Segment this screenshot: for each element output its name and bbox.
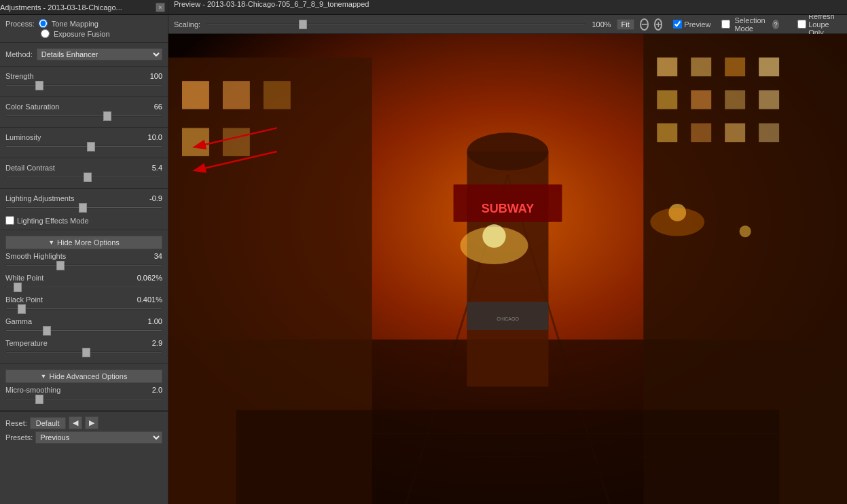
- tone-mapping-radio[interactable]: [39, 19, 48, 28]
- process-label: Process:: [5, 20, 35, 28]
- strength-slider-container: Strength 100: [5, 72, 162, 91]
- selection-mode-label: Selection Mode: [734, 16, 768, 33]
- preview-image-area: SUBWAY: [168, 34, 847, 504]
- detail-contrast-value: 5.4: [152, 164, 162, 172]
- color-saturation-slider-container: Color Saturation 66: [5, 103, 162, 122]
- gamma-slider[interactable]: [5, 325, 162, 335]
- svg-text:CHICAGO: CHICAGO: [497, 317, 519, 321]
- redo-button[interactable]: ▶: [85, 416, 98, 429]
- strength-section: Strength 100: [0, 67, 168, 97]
- black-point-container: Black Point 0.401%: [5, 295, 162, 314]
- strength-slider[interactable]: [5, 80, 162, 90]
- left-panel: Process: Tone Mapping Exposure Fusion Me…: [0, 15, 168, 504]
- exposure-fusion-row: Exposure Fusion: [5, 29, 162, 38]
- smooth-highlights-container: Smooth Highlights 34: [5, 252, 162, 271]
- left-title-bar: Adjustments - 2013-03-18-Chicago... ×: [0, 0, 168, 14]
- black-point-label: Black Point: [5, 295, 43, 304]
- hide-more-options-button[interactable]: ▼ Hide More Options: [5, 236, 162, 249]
- gamma-label-row: Gamma 1.00: [5, 317, 162, 325]
- color-saturation-slider[interactable]: [5, 111, 162, 120]
- svg-rect-16: [691, 90, 711, 109]
- presets-label: Presets:: [5, 433, 33, 442]
- method-section: Method: Details Enhancer: [0, 43, 168, 67]
- white-point-container: White Point 0.062%: [5, 274, 162, 293]
- method-label: Method:: [5, 50, 33, 58]
- selection-mode-checkbox[interactable]: [721, 20, 730, 29]
- scaling-value: 100%: [592, 20, 611, 29]
- micro-smoothing-label-row: Micro-smoothing 2.0: [5, 386, 162, 394]
- lighting-effects-row: Lighting Effects Mode: [5, 216, 162, 225]
- black-point-slider[interactable]: [5, 304, 162, 313]
- color-saturation-label: Color Saturation: [5, 103, 60, 111]
- process-row: Process: Tone Mapping: [5, 19, 162, 28]
- svg-rect-13: [725, 58, 745, 77]
- color-saturation-label-row: Color Saturation 66: [5, 103, 162, 111]
- preview-checkbox[interactable]: [673, 20, 682, 29]
- svg-rect-9: [223, 128, 250, 156]
- micro-smoothing-label: Micro-smoothing: [5, 386, 60, 394]
- svg-point-28: [482, 224, 505, 247]
- strength-label: Strength: [5, 72, 34, 80]
- white-point-value: 0.062%: [137, 274, 162, 282]
- lighting-adjustments-slider[interactable]: [5, 202, 162, 212]
- smooth-highlights-label-row: Smooth Highlights 34: [5, 252, 162, 260]
- default-button[interactable]: Default: [30, 417, 66, 429]
- preview-checkbox-row: Preview: [673, 20, 710, 29]
- detail-contrast-slider[interactable]: [5, 172, 162, 181]
- refresh-loupe-checkbox[interactable]: [797, 20, 806, 29]
- temperature-slider[interactable]: [5, 347, 162, 357]
- right-title-text: Preview - 2013-03-18-Chicago-705_6_7_8_9…: [174, 0, 369, 8]
- close-button[interactable]: ×: [156, 3, 165, 12]
- selection-mode-help-icon[interactable]: ?: [772, 20, 778, 29]
- presets-select[interactable]: Previous: [35, 431, 162, 444]
- svg-rect-18: [759, 90, 779, 109]
- lighting-adjustments-value: -0.9: [149, 194, 162, 202]
- exposure-fusion-radio[interactable]: [41, 29, 50, 38]
- lighting-adjustments-label-row: Lighting Adjustments -0.9: [5, 194, 162, 202]
- white-point-label: White Point: [5, 274, 43, 282]
- smooth-highlights-slider[interactable]: [5, 260, 162, 270]
- lighting-adjustments-label: Lighting Adjustments: [5, 194, 75, 202]
- white-point-slider[interactable]: [5, 282, 162, 291]
- selection-mode-area: Selection Mode ?: [721, 16, 778, 33]
- svg-rect-21: [725, 123, 745, 142]
- svg-rect-20: [691, 123, 711, 142]
- svg-rect-6: [223, 81, 250, 109]
- gamma-label: Gamma: [5, 317, 32, 325]
- micro-smoothing-slider[interactable]: [5, 394, 162, 403]
- luminosity-label: Luminosity: [5, 133, 41, 141]
- right-title-bar: Preview - 2013-03-18-Chicago-705_6_7_8_9…: [168, 0, 847, 14]
- gamma-value: 1.00: [148, 317, 162, 325]
- svg-rect-15: [657, 90, 677, 109]
- fit-button[interactable]: Fit: [617, 19, 634, 30]
- hide-advanced-options-button[interactable]: ▼ Hide Advanced Options: [5, 370, 162, 383]
- scaling-label: Scaling:: [174, 20, 200, 29]
- method-select[interactable]: Details Enhancer: [37, 48, 162, 60]
- color-saturation-value: 66: [154, 103, 162, 111]
- temperature-value: 2.9: [152, 339, 162, 347]
- luminosity-slider[interactable]: [5, 141, 162, 151]
- micro-smoothing-value: 2.0: [152, 386, 162, 394]
- process-section: Process: Tone Mapping Exposure Fusion: [0, 15, 168, 43]
- svg-rect-14: [759, 58, 779, 77]
- white-point-label-row: White Point 0.062%: [5, 274, 162, 282]
- lighting-effects-checkbox[interactable]: [5, 216, 14, 225]
- strength-value: 100: [150, 72, 162, 80]
- presets-row: Presets: Previous: [5, 431, 162, 444]
- hdr-scene-svg: SUBWAY: [168, 34, 847, 504]
- svg-rect-19: [657, 123, 677, 142]
- detail-contrast-label-row: Detail Contrast 5.4: [5, 164, 162, 172]
- more-options-arrow: ▼: [48, 239, 54, 246]
- zoom-in-icon[interactable]: +: [654, 18, 662, 31]
- scaling-slider[interactable]: [206, 20, 586, 29]
- svg-rect-8: [182, 128, 209, 156]
- reset-label: Reset:: [5, 419, 27, 427]
- svg-rect-22: [759, 123, 779, 142]
- more-options-label: Hide More Options: [57, 238, 120, 247]
- undo-button[interactable]: ◀: [69, 416, 82, 429]
- left-title-text: Adjustments - 2013-03-18-Chicago...: [0, 3, 122, 12]
- refresh-loupe-row: Refresh Loupe Only: [797, 15, 842, 37]
- black-point-value: 0.401%: [137, 295, 162, 304]
- detail-contrast-slider-container: Detail Contrast 5.4: [5, 164, 162, 183]
- zoom-out-icon[interactable]: −: [640, 18, 649, 31]
